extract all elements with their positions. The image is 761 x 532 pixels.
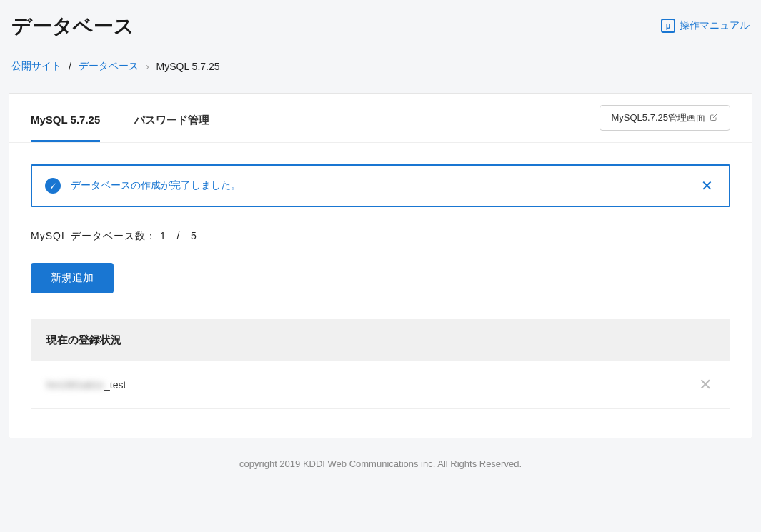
main-card: MySQL 5.7.25 パスワード管理 MySQL5.7.25管理画面 ✓ デ…: [9, 93, 752, 438]
db-delete-button[interactable]: ✕: [696, 376, 715, 394]
db-name: hm1901ab1c_test: [46, 379, 126, 391]
admin-panel-label: MySQL5.7.25管理画面: [612, 111, 706, 124]
section-header: 現在の登録状況: [31, 319, 730, 361]
add-new-button[interactable]: 新規追加: [31, 263, 114, 293]
footer-copyright: copyright 2019 KDDI Web Communications i…: [0, 438, 761, 489]
breadcrumb-separator: ›: [146, 61, 149, 72]
db-row: hm1901ab1c_test ✕: [31, 361, 730, 409]
db-count-sep: /: [176, 230, 180, 241]
manual-icon: μ: [661, 19, 675, 33]
tab-password[interactable]: パスワード管理: [134, 94, 209, 142]
alert-close-button[interactable]: ✕: [698, 177, 716, 194]
db-name-prefix: hm1901ab1c: [46, 379, 104, 391]
breadcrumb-link-database[interactable]: データベース: [79, 60, 139, 73]
breadcrumb-link-site[interactable]: 公開サイト: [11, 60, 61, 73]
db-count-line: MySQL データベース数： 1 / 5: [31, 230, 730, 243]
check-icon: ✓: [45, 178, 61, 194]
db-count-current: 1: [160, 230, 166, 241]
external-link-icon: [710, 113, 718, 123]
db-count-max: 5: [191, 230, 197, 241]
db-name-suffix: _test: [104, 379, 126, 391]
alert-message: データベースの作成が完了しました。: [71, 179, 241, 192]
breadcrumb: 公開サイト / データベース › MySQL 5.7.25: [0, 40, 761, 84]
breadcrumb-slash: /: [69, 61, 71, 72]
db-count-label: MySQL データベース数：: [31, 230, 156, 241]
admin-panel-button[interactable]: MySQL5.7.25管理画面: [600, 105, 731, 131]
svg-line-0: [713, 114, 717, 119]
manual-link[interactable]: μ 操作マニュアル: [661, 13, 750, 33]
page-title: データベース: [11, 13, 134, 40]
breadcrumb-current: MySQL 5.7.25: [156, 61, 220, 72]
tab-mysql[interactable]: MySQL 5.7.25: [31, 94, 100, 142]
tabs: MySQL 5.7.25 パスワード管理: [31, 94, 209, 142]
success-alert: ✓ データベースの作成が完了しました。 ✕: [31, 164, 730, 207]
manual-link-label: 操作マニュアル: [680, 19, 750, 32]
